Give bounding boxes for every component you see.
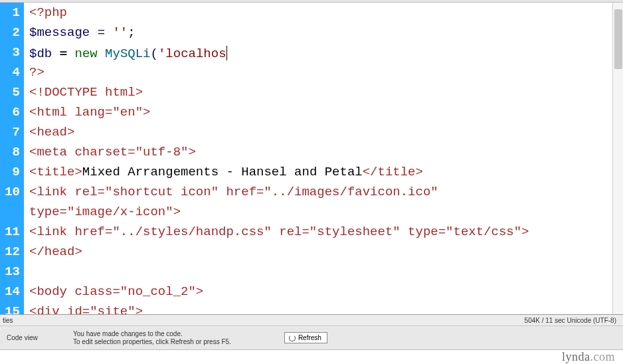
- line-number: 6: [0, 102, 24, 122]
- line-number: 9: [0, 162, 24, 182]
- refresh-button[interactable]: Refresh: [284, 332, 327, 343]
- code-line[interactable]: <html lang="en">: [29, 102, 623, 122]
- code-line[interactable]: <title>Mixed Arrangements - Hansel and P…: [29, 162, 623, 182]
- code-editor[interactable]: 123456789101112131415 <?php$message = ''…: [0, 3, 623, 314]
- brand-text-2: .com: [590, 350, 616, 363]
- line-number: 1: [0, 3, 24, 23]
- line-number: 7: [0, 122, 24, 142]
- line-number: 10: [0, 182, 24, 202]
- line-number: 11: [0, 222, 24, 242]
- view-mode-label: Code view: [7, 334, 73, 341]
- code-line[interactable]: <link rel="shortcut icon" href="../image…: [29, 182, 623, 202]
- status-message: You have made changes to the code. To ed…: [73, 330, 231, 346]
- line-number: 14: [0, 282, 24, 302]
- code-line[interactable]: <body class="no_col_2">: [29, 282, 623, 302]
- panel-tab-label: ties: [3, 317, 13, 324]
- line-number: 5: [0, 82, 24, 102]
- code-line[interactable]: <!DOCTYPE html>: [29, 82, 623, 102]
- code-line[interactable]: <?php: [29, 3, 623, 23]
- code-line[interactable]: </head>: [29, 242, 623, 262]
- refresh-icon: [289, 335, 296, 341]
- code-line[interactable]: type="image/x-icon">: [29, 202, 623, 222]
- line-number: 13: [0, 262, 24, 282]
- line-number-gutter: 123456789101112131415: [0, 3, 24, 314]
- line-number: 12: [0, 242, 24, 262]
- brand-text-1: lynda: [562, 350, 590, 363]
- line-number: 4: [0, 62, 24, 82]
- code-line[interactable]: <meta charset="utf-8">: [29, 142, 623, 162]
- status-message-line2: To edit selection properties, click Refr…: [73, 338, 231, 346]
- code-line[interactable]: [29, 262, 623, 282]
- code-line[interactable]: <head>: [29, 122, 623, 142]
- brand-logo: lynda.com: [562, 350, 615, 364]
- footer: lynda.com: [0, 350, 623, 364]
- code-line[interactable]: $db = new MySQLi('localhos: [29, 43, 623, 62]
- code-content[interactable]: <?php$message = '';$db = new MySQLi('loc…: [24, 3, 623, 314]
- properties-panel: Code view You have made changes to the c…: [0, 326, 623, 350]
- line-number: [0, 202, 24, 222]
- line-number: 3: [0, 43, 24, 62]
- code-line[interactable]: ?>: [29, 62, 623, 82]
- status-message-line1: You have made changes to the code.: [73, 330, 231, 338]
- vertical-scrollbar[interactable]: [612, 3, 623, 314]
- code-line[interactable]: <link href="../styles/handp.css" rel="st…: [29, 222, 623, 242]
- refresh-button-label: Refresh: [298, 334, 321, 341]
- code-line[interactable]: <div id="site">: [29, 302, 623, 314]
- line-number: 8: [0, 142, 24, 162]
- properties-panel-header[interactable]: ties 504K / 11 sec Unicode (UTF-8): [0, 314, 623, 326]
- line-number: 2: [0, 23, 24, 43]
- scroll-thumb[interactable]: [614, 9, 622, 69]
- file-info-status: 504K / 11 sec Unicode (UTF-8): [525, 317, 616, 324]
- code-line[interactable]: $message = '';: [29, 23, 623, 43]
